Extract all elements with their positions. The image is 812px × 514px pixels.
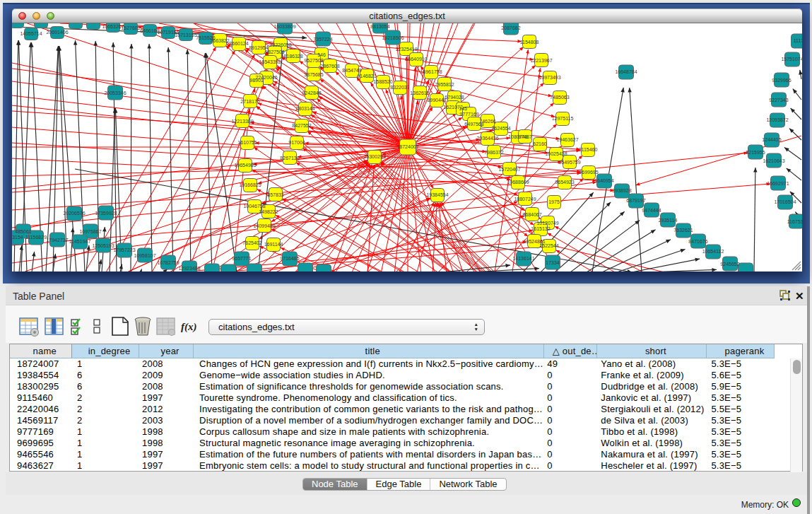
svg-text:3875685: 3875685 — [304, 72, 323, 77]
svg-text:9146821: 9146821 — [357, 74, 376, 78]
svg-text:14055714: 14055714 — [20, 31, 42, 36]
svg-text:8660124: 8660124 — [229, 41, 248, 46]
svg-text:19166825: 19166825 — [239, 182, 261, 187]
svg-text:f(x): f(x) — [181, 321, 197, 333]
svg-text:33154: 33154 — [12, 235, 23, 240]
svg-text:7357224: 7357224 — [313, 37, 332, 42]
svg-text:16961758: 16961758 — [420, 69, 442, 74]
svg-text:15751074: 15751074 — [781, 57, 802, 62]
svg-text:1691144: 1691144 — [264, 242, 283, 247]
svg-text:9242848: 9242848 — [302, 90, 321, 95]
svg-text:9657771: 9657771 — [232, 256, 251, 261]
svg-text:7485063: 7485063 — [550, 95, 569, 100]
svg-text:9777169: 9777169 — [459, 112, 478, 117]
svg-text:17016504: 17016504 — [774, 199, 796, 204]
svg-text:8427552: 8427552 — [292, 123, 311, 128]
svg-text:8990448: 8990448 — [427, 98, 446, 103]
svg-text:15720407: 15720407 — [498, 167, 520, 172]
svg-text:15495759: 15495759 — [558, 160, 580, 165]
svg-text:1527602: 1527602 — [121, 25, 140, 30]
svg-text:8215955: 8215955 — [746, 150, 765, 155]
svg-text:25300293: 25300293 — [363, 154, 385, 159]
svg-text:16210643: 16210643 — [763, 158, 784, 163]
svg-text:10025438: 10025438 — [545, 151, 567, 156]
svg-text:98901: 98901 — [249, 78, 264, 83]
svg-text:10654112: 10654112 — [702, 249, 724, 254]
svg-text:12325419: 12325419 — [395, 47, 417, 52]
svg-text:16782759: 16782759 — [157, 260, 179, 265]
svg-text:19654985: 19654985 — [234, 163, 256, 168]
svg-text:19218506: 19218506 — [382, 35, 404, 40]
svg-text:17957223: 17957223 — [113, 247, 135, 252]
svg-text:1362615: 1362615 — [410, 90, 429, 95]
svg-text:2522544: 2522544 — [539, 243, 558, 248]
svg-text:1640954: 1640954 — [594, 178, 613, 183]
svg-text:6879197: 6879197 — [626, 198, 645, 203]
svg-text:6794028: 6794028 — [445, 95, 464, 100]
svg-text:10975867: 10975867 — [79, 229, 101, 234]
svg-text:2087682: 2087682 — [501, 25, 520, 30]
svg-text:2867608: 2867608 — [320, 64, 339, 69]
svg-text:2803144: 2803144 — [295, 106, 314, 111]
svg-text:19384554: 19384554 — [426, 192, 448, 197]
svg-text:17942737: 17942737 — [46, 238, 68, 243]
svg-text:9329966: 9329966 — [772, 78, 791, 83]
svg-text:97487: 97487 — [518, 134, 532, 139]
svg-text:20364436: 20364436 — [476, 136, 498, 141]
svg-text:9227343: 9227343 — [769, 98, 788, 103]
svg-text:10688609: 10688609 — [507, 180, 529, 185]
svg-text:8471676: 8471676 — [688, 239, 707, 244]
svg-text:17359928: 17359928 — [95, 211, 117, 216]
svg-text:1167533: 1167533 — [787, 219, 802, 224]
svg-text:12093872: 12093872 — [766, 117, 788, 122]
svg-text:18724007: 18724007 — [396, 144, 418, 149]
svg-text:7955812: 7955812 — [435, 82, 454, 87]
svg-text:9245652: 9245652 — [720, 262, 739, 267]
svg-text:7986372: 7986372 — [484, 150, 503, 155]
svg-text:8322037: 8322037 — [390, 85, 409, 90]
svg-text:9115460: 9115460 — [579, 147, 598, 152]
svg-text:145: 145 — [459, 106, 467, 111]
svg-text:857833: 857833 — [267, 192, 283, 197]
svg-text:9699695: 9699695 — [579, 170, 598, 175]
svg-text:15692971: 15692971 — [767, 181, 789, 186]
svg-text:9527508: 9527508 — [304, 58, 323, 63]
svg-text:16033809: 16033809 — [273, 24, 295, 29]
svg-text:8267130: 8267130 — [280, 156, 299, 160]
svg-text:1244415: 1244415 — [762, 137, 781, 142]
svg-text:9654923: 9654923 — [555, 180, 574, 185]
svg-text:10120749: 10120749 — [536, 221, 558, 226]
svg-text:20053346: 20053346 — [104, 90, 126, 95]
svg-text:1975: 1975 — [548, 199, 560, 204]
svg-text:12505193: 12505193 — [92, 243, 114, 248]
svg-text:10046758: 10046758 — [243, 204, 265, 209]
svg-text:14136141: 14136141 — [512, 256, 534, 261]
svg-text:20206576: 20206576 — [63, 211, 85, 216]
svg-text:17334: 17334 — [546, 260, 560, 265]
svg-text:12213389: 12213389 — [231, 119, 253, 124]
svg-text:1588520: 1588520 — [373, 79, 392, 84]
svg-text:11156829: 11156829 — [25, 235, 47, 240]
svg-text:9716485: 9716485 — [280, 256, 299, 261]
svg-text:9684067: 9684067 — [522, 212, 541, 217]
svg-text:485061: 485061 — [15, 229, 31, 234]
svg-text:62160: 62160 — [533, 141, 547, 146]
svg-text:8186328: 8186328 — [283, 54, 302, 59]
svg-text:10973493: 10973493 — [539, 75, 560, 80]
svg-text:12975115: 12975115 — [552, 116, 574, 121]
svg-text:16543392: 16543392 — [259, 59, 281, 64]
svg-text:1117: 1117 — [794, 38, 802, 43]
svg-text:8938928: 8938928 — [612, 188, 631, 193]
svg-text:8813054: 8813054 — [370, 24, 389, 29]
svg-text:10958107: 10958107 — [134, 253, 155, 258]
svg-text:3624554: 3624554 — [491, 126, 510, 131]
svg-text:1498222: 1498222 — [259, 209, 278, 214]
svg-text:11451947: 11451947 — [69, 239, 91, 244]
svg-text:1610755: 1610755 — [237, 140, 257, 145]
svg-text:23226058: 23226058 — [269, 42, 291, 47]
svg-text:546: 546 — [317, 52, 326, 57]
svg-text:9827509: 9827509 — [265, 49, 284, 54]
svg-text:19463627: 19463627 — [556, 137, 578, 142]
svg-text:917004: 917004 — [288, 140, 305, 145]
svg-text:8454749: 8454749 — [342, 68, 361, 73]
